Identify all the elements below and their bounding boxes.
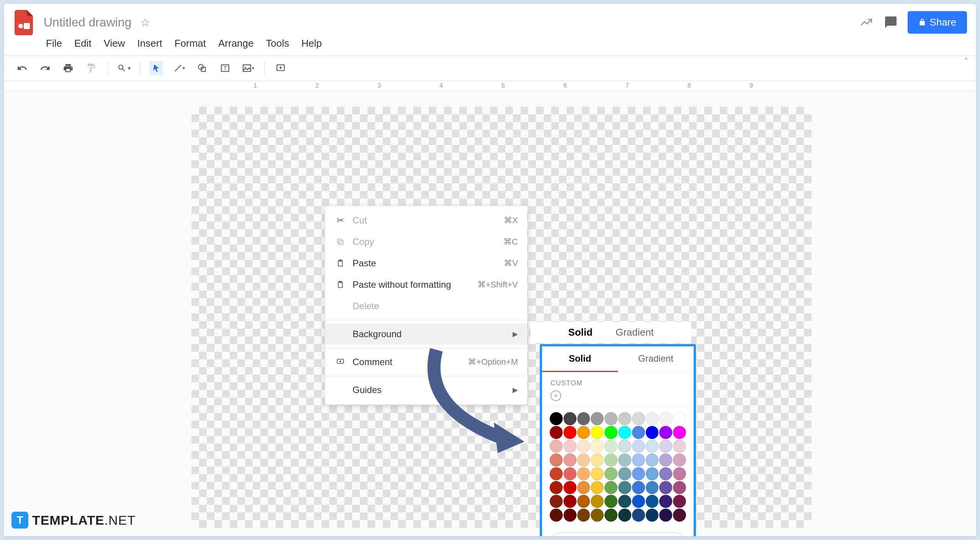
print-button[interactable] [61, 61, 75, 75]
ctx-guides[interactable]: Guides ▶ [325, 379, 527, 401]
picker-tab-gradient[interactable]: Gradient [618, 346, 694, 372]
share-button[interactable]: Share [908, 11, 967, 34]
star-icon[interactable]: ☆ [140, 16, 150, 29]
color-swatch[interactable] [618, 467, 631, 480]
color-swatch[interactable] [673, 426, 686, 439]
color-swatch[interactable] [618, 495, 631, 508]
color-swatch[interactable] [646, 412, 659, 425]
color-swatch[interactable] [618, 509, 631, 522]
ctx-paste-without-formatting[interactable]: Paste without formatting ⌘+Shift+V [325, 274, 527, 295]
ctx-delete[interactable]: Delete [325, 295, 527, 317]
color-swatch[interactable] [577, 412, 590, 425]
activity-icon[interactable] [859, 15, 874, 30]
textbox-tool[interactable]: T [218, 61, 232, 75]
color-swatch[interactable] [618, 481, 631, 494]
color-swatch[interactable] [577, 481, 590, 494]
color-swatch[interactable] [659, 440, 672, 453]
color-swatch[interactable] [604, 509, 617, 522]
color-swatch[interactable] [591, 509, 604, 522]
color-swatch[interactable] [591, 495, 604, 508]
color-swatch[interactable] [591, 440, 604, 453]
insert-comment-button[interactable] [274, 61, 287, 75]
color-swatch[interactable] [673, 454, 686, 467]
color-swatch[interactable] [604, 467, 617, 480]
color-swatch[interactable] [646, 426, 659, 439]
color-swatch[interactable] [673, 467, 686, 480]
color-swatch[interactable] [659, 467, 672, 480]
color-swatch[interactable] [564, 426, 577, 439]
color-swatch[interactable] [591, 481, 604, 494]
color-swatch[interactable] [632, 481, 645, 494]
color-swatch[interactable] [564, 440, 577, 453]
color-swatch[interactable] [632, 412, 645, 425]
menu-help[interactable]: Help [301, 38, 322, 49]
color-swatch[interactable] [673, 509, 686, 522]
menu-tools[interactable]: Tools [266, 38, 289, 49]
color-swatch[interactable] [632, 495, 645, 508]
color-swatch[interactable] [659, 509, 672, 522]
color-swatch[interactable] [618, 454, 631, 467]
color-swatch[interactable] [591, 467, 604, 480]
color-swatch[interactable] [618, 440, 631, 453]
shape-tool[interactable] [195, 61, 209, 75]
tab-solid-outer[interactable]: Solid [568, 326, 593, 338]
color-swatch[interactable] [673, 440, 686, 453]
line-tool[interactable]: ▾ [172, 61, 186, 75]
color-swatch[interactable] [673, 495, 686, 508]
color-swatch[interactable] [564, 454, 577, 467]
color-swatch[interactable] [591, 426, 604, 439]
paint-format-button[interactable] [84, 61, 98, 75]
color-swatch[interactable] [591, 454, 604, 467]
color-swatch[interactable] [604, 412, 617, 425]
menu-insert[interactable]: Insert [137, 38, 162, 49]
color-swatch[interactable] [577, 426, 590, 439]
color-swatch[interactable] [564, 509, 577, 522]
zoom-button[interactable]: ▾ [117, 61, 131, 75]
color-swatch[interactable] [618, 412, 631, 425]
doc-title[interactable]: Untitled drawing [44, 15, 131, 29]
color-swatch[interactable] [604, 495, 617, 508]
color-swatch[interactable] [604, 426, 617, 439]
color-swatch[interactable] [632, 426, 645, 439]
image-tool[interactable]: ▾ [241, 61, 255, 75]
color-swatch[interactable] [577, 440, 590, 453]
color-swatch[interactable] [550, 495, 563, 508]
color-swatch[interactable] [659, 454, 672, 467]
menu-format[interactable]: Format [175, 38, 206, 49]
ctx-cut[interactable]: ✂ Cut ⌘X [325, 210, 527, 231]
ctx-background[interactable]: Background ▶ [325, 323, 527, 345]
ctx-copy[interactable]: Copy ⌘C [325, 231, 527, 253]
color-swatch[interactable] [673, 481, 686, 494]
menu-arrange[interactable]: Arrange [218, 38, 254, 49]
color-swatch[interactable] [632, 454, 645, 467]
color-swatch[interactable] [550, 412, 563, 425]
color-swatch[interactable] [604, 454, 617, 467]
color-swatch[interactable] [550, 426, 563, 439]
color-swatch[interactable] [577, 495, 590, 508]
color-swatch[interactable] [659, 495, 672, 508]
color-swatch[interactable] [632, 467, 645, 480]
color-swatch[interactable] [646, 495, 659, 508]
color-swatch[interactable] [646, 481, 659, 494]
color-swatch[interactable] [632, 440, 645, 453]
color-swatch[interactable] [646, 467, 659, 480]
select-tool[interactable] [149, 61, 163, 75]
comments-icon[interactable] [883, 15, 898, 30]
color-swatch[interactable] [659, 481, 672, 494]
menu-file[interactable]: File [46, 38, 62, 49]
transparent-button[interactable]: Transparent [550, 532, 685, 536]
color-swatch[interactable] [646, 440, 659, 453]
color-swatch[interactable] [564, 412, 577, 425]
color-swatch[interactable] [564, 495, 577, 508]
color-swatch[interactable] [550, 481, 563, 494]
color-swatch[interactable] [618, 426, 631, 439]
ctx-paste[interactable]: Paste ⌘V [325, 253, 527, 274]
color-swatch[interactable] [550, 467, 563, 480]
color-swatch[interactable] [577, 454, 590, 467]
color-swatch[interactable] [564, 467, 577, 480]
redo-button[interactable] [38, 61, 52, 75]
color-swatch[interactable] [632, 509, 645, 522]
menu-view[interactable]: View [104, 38, 125, 49]
color-swatch[interactable] [673, 412, 686, 425]
menu-edit[interactable]: Edit [74, 38, 91, 49]
